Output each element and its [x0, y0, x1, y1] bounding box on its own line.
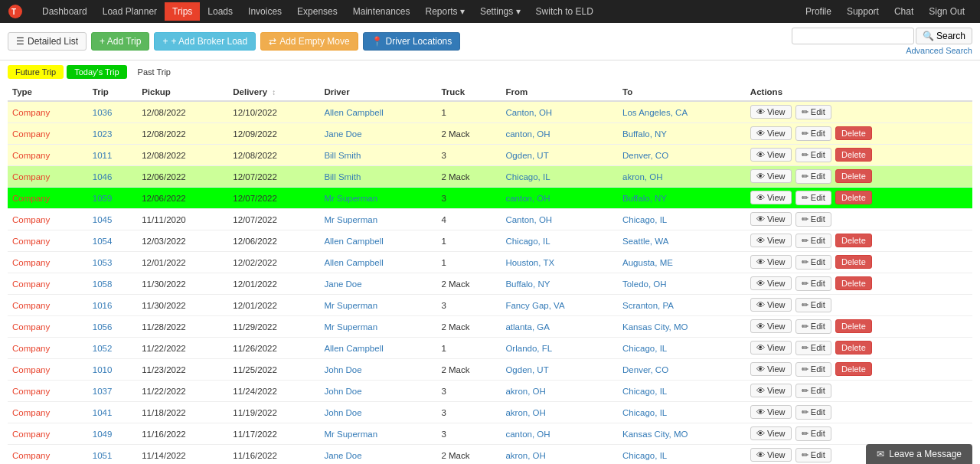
cell-driver: Mr Superman: [319, 295, 436, 316]
view-button[interactable]: 👁 View: [750, 448, 792, 462]
nav-settings[interactable]: Settings: [472, 2, 528, 21]
detailed-list-button[interactable]: ☰ Detailed List: [8, 32, 87, 51]
filter-today-trip[interactable]: Today's Trip: [67, 65, 126, 79]
view-button[interactable]: 👁 View: [750, 362, 792, 376]
trips-table: Type Trip Pickup Delivery ↕ Driver Truck…: [8, 83, 972, 464]
table-row: Company 1023 12/08/2022 12/09/2022 Jane …: [8, 123, 972, 145]
table-row: Company 1051 11/14/2022 11/16/2022 Jane …: [8, 445, 972, 465]
edit-button[interactable]: ✏ Edit: [795, 126, 831, 141]
edit-button[interactable]: ✏ Edit: [795, 341, 831, 355]
view-button[interactable]: 👁 View: [750, 191, 792, 204]
edit-button[interactable]: ✏ Edit: [795, 234, 831, 248]
view-button[interactable]: 👁 View: [750, 298, 792, 312]
nav-loads[interactable]: Loads: [200, 2, 240, 21]
view-button[interactable]: 👁 View: [750, 234, 792, 247]
nav-maintenances[interactable]: Maintenances: [345, 2, 418, 21]
view-button[interactable]: 👁 View: [750, 319, 792, 333]
delete-button[interactable]: Delete: [835, 255, 872, 269]
edit-button[interactable]: ✏ Edit: [795, 191, 831, 205]
cell-to: Scranton, PA: [618, 295, 746, 316]
cell-trip: 1023: [88, 123, 137, 145]
edit-button[interactable]: ✏ Edit: [795, 169, 831, 184]
cell-from: akron, OH: [501, 402, 618, 423]
nav-expenses[interactable]: Expenses: [289, 2, 345, 21]
edit-button[interactable]: ✏ Edit: [795, 384, 831, 398]
nav-profile[interactable]: Profile: [798, 2, 839, 21]
filter-past-trip[interactable]: Past Trip: [130, 65, 178, 79]
delete-button[interactable]: Delete: [835, 276, 872, 290]
nav-load-planner[interactable]: Load Planner: [95, 2, 165, 21]
edit-button[interactable]: ✏ Edit: [795, 405, 831, 420]
add-empty-move-button[interactable]: ⇄ Add Empty Move: [260, 32, 358, 51]
view-button[interactable]: 👁 View: [750, 341, 792, 355]
nav-links: Dashboard Load Planner Trips Loads Invoi…: [34, 2, 601, 21]
edit-button[interactable]: ✏ Edit: [795, 426, 831, 441]
advanced-search-link[interactable]: Advanced Search: [792, 46, 972, 55]
driver-locations-button[interactable]: 📍 Driver Locations: [363, 32, 461, 51]
cell-delivery: 12/08/2022: [228, 145, 319, 166]
delete-button[interactable]: Delete: [835, 234, 872, 247]
edit-button[interactable]: ✏ Edit: [795, 255, 831, 270]
view-button[interactable]: 👁 View: [750, 426, 792, 440]
table-row: Company 1052 11/22/2022 11/26/2022 Allen…: [8, 338, 972, 359]
filter-future-trip[interactable]: Future Trip: [8, 65, 64, 79]
nav-sign-out[interactable]: Sign Out: [921, 2, 972, 21]
add-broker-load-button[interactable]: + + Add Broker Load: [154, 32, 256, 51]
cell-driver: John Doe: [319, 402, 436, 423]
cell-trip: 1037: [88, 381, 137, 402]
nav-chat[interactable]: Chat: [887, 2, 921, 21]
cell-from: canton, OH: [501, 423, 618, 445]
delete-button[interactable]: Delete: [835, 341, 872, 355]
nav-support[interactable]: Support: [839, 2, 887, 21]
view-button[interactable]: 👁 View: [750, 255, 792, 269]
edit-button[interactable]: ✏ Edit: [795, 105, 831, 119]
col-delivery[interactable]: Delivery ↕: [228, 83, 319, 101]
cell-truck: 3: [436, 295, 501, 316]
cell-from: Canton, OH: [501, 101, 618, 123]
view-button[interactable]: 👁 View: [750, 148, 792, 162]
cell-trip: 1045: [88, 209, 137, 230]
table-row: Company 1058 11/30/2022 12/01/2022 Jane …: [8, 273, 972, 295]
cell-from: Houston, TX: [501, 252, 618, 273]
edit-button[interactable]: ✏ Edit: [795, 148, 831, 162]
search-input[interactable]: [792, 28, 914, 44]
view-button[interactable]: 👁 View: [750, 384, 792, 397]
delete-button[interactable]: Delete: [835, 191, 872, 204]
cell-trip: 1059: [88, 188, 137, 209]
view-button[interactable]: 👁 View: [750, 105, 792, 119]
nav-invoices[interactable]: Invoices: [240, 2, 289, 21]
delete-button[interactable]: Delete: [835, 362, 872, 376]
cell-pickup: 11/18/2022: [137, 402, 228, 423]
cell-pickup: 12/01/2022: [137, 252, 228, 273]
view-button[interactable]: 👁 View: [750, 126, 792, 140]
table-row: Company 1037 11/22/2022 11/24/2022 John …: [8, 381, 972, 402]
add-trip-button[interactable]: + Add Trip: [91, 32, 149, 51]
edit-button[interactable]: ✏ Edit: [795, 212, 831, 227]
cell-delivery: 11/26/2022: [228, 338, 319, 359]
cell-truck: 1: [436, 230, 501, 252]
cell-pickup: 11/22/2022: [137, 338, 228, 359]
edit-button[interactable]: ✏ Edit: [795, 298, 831, 312]
search-button[interactable]: 🔍 Search: [916, 28, 972, 44]
view-button[interactable]: 👁 View: [750, 405, 792, 419]
edit-button[interactable]: ✏ Edit: [795, 448, 831, 462]
nav-reports[interactable]: Reports: [418, 2, 472, 21]
nav-switch-eld[interactable]: Switch to ELD: [528, 2, 601, 21]
nav-trips[interactable]: Trips: [165, 2, 200, 21]
leave-message-button[interactable]: ✉ Leave a Message: [866, 444, 972, 464]
delete-button[interactable]: Delete: [835, 148, 872, 162]
cell-actions: 👁 View ✏ Edit Delete: [746, 252, 972, 273]
cell-pickup: 12/06/2022: [137, 188, 228, 209]
view-button[interactable]: 👁 View: [750, 169, 792, 183]
nav-dashboard[interactable]: Dashboard: [34, 2, 95, 21]
delete-button[interactable]: Delete: [835, 169, 872, 183]
cell-delivery: 11/29/2022: [228, 316, 319, 338]
view-button[interactable]: 👁 View: [750, 276, 792, 290]
delete-button[interactable]: Delete: [835, 126, 872, 140]
view-button[interactable]: 👁 View: [750, 212, 792, 226]
delete-button[interactable]: Delete: [835, 319, 872, 333]
edit-button[interactable]: ✏ Edit: [795, 362, 831, 377]
edit-button[interactable]: ✏ Edit: [795, 276, 831, 291]
table-row: Company 1046 12/06/2022 12/07/2022 Bill …: [8, 166, 972, 188]
edit-button[interactable]: ✏ Edit: [795, 319, 831, 334]
